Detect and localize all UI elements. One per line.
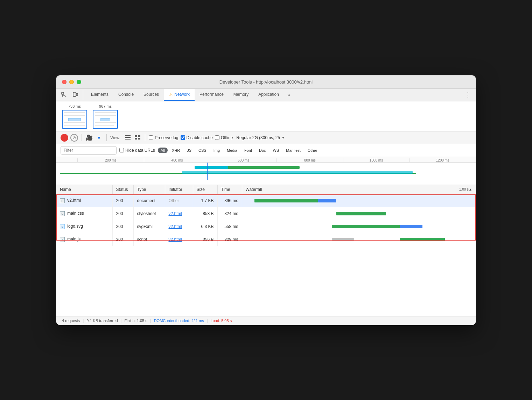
filter-tag-xhr[interactable]: XHR — [169, 148, 183, 153]
filter-tag-manifest[interactable]: Manifest — [283, 148, 303, 153]
screenshot-button[interactable]: 🎥 — [85, 134, 93, 142]
tab-console[interactable]: Console — [113, 89, 139, 101]
filter-tag-font[interactable]: Font — [241, 148, 255, 153]
svg-rect-6 — [125, 139, 131, 140]
wf-bar-blue-1 — [318, 199, 336, 202]
cell-name[interactable]: C main.css — [56, 207, 112, 220]
offline-checkbox[interactable] — [215, 135, 219, 140]
cell-size: 1.7 KB — [193, 194, 217, 207]
timeline-bar-3 — [182, 171, 413, 174]
tab-sources[interactable]: Sources — [139, 89, 164, 101]
table-row[interactable]: J main.js 200 script v2.html 356 B 328 m… — [56, 233, 476, 246]
filter-tag-img[interactable]: Img — [211, 148, 223, 153]
filmstrip-item-2[interactable]: 967 ms — [93, 104, 118, 129]
filter-tag-css[interactable]: CSS — [196, 148, 209, 153]
cell-initiator[interactable]: v2.html — [165, 233, 193, 246]
col-header-type[interactable]: Type — [133, 185, 165, 194]
devtools-menu-button[interactable]: ⋮ — [463, 90, 473, 100]
file-icon-svg: S — [60, 224, 65, 229]
cell-type: stylesheet — [133, 207, 165, 220]
inspect-element-button[interactable] — [59, 90, 69, 100]
maximize-button[interactable] — [77, 80, 81, 84]
tab-memory[interactable]: Memory — [229, 89, 253, 101]
initiator-link-4[interactable]: v2.html — [169, 237, 182, 242]
filter-tag-media[interactable]: Media — [224, 148, 240, 153]
tab-more-button[interactable]: » — [284, 89, 294, 101]
cell-size: 6.3 KB — [193, 220, 217, 233]
table-row[interactable]: S logo.svg 200 svg+xml v2.html 6.3 KB 55… — [56, 220, 476, 233]
hide-data-urls-checkbox[interactable] — [119, 148, 124, 152]
cell-status: 200 — [112, 207, 133, 220]
wf-bar-green-2 — [336, 212, 386, 215]
cell-time: 396 ms — [217, 194, 242, 207]
list-view-button[interactable] — [124, 134, 132, 142]
col-header-initiator[interactable]: Initiator — [165, 185, 193, 194]
status-load: Load: 5.05 s — [211, 319, 232, 323]
group-view-button[interactable] — [134, 134, 141, 142]
stop-button[interactable]: ⊘ — [70, 134, 78, 142]
filmstrip-frame-2[interactable] — [93, 110, 118, 129]
record-button[interactable] — [61, 134, 68, 142]
cell-type: document — [133, 194, 165, 207]
device-toolbar-button[interactable] — [70, 90, 80, 100]
devtools-window: Developer Tools - http://localhost:3000/… — [56, 75, 476, 325]
initiator-other: Other — [169, 198, 179, 203]
ruler-tick-4: 800 ms — [276, 158, 343, 162]
network-toolbar: ⊘ 🎥 ▼ View: — [56, 132, 476, 144]
wf-bar-blue-3 — [400, 225, 422, 228]
disable-cache-checkbox[interactable] — [181, 135, 185, 140]
filter-tag-doc[interactable]: Doc — [256, 148, 269, 153]
filter-tag-ws[interactable]: WS — [270, 148, 282, 153]
separator-3 — [145, 134, 145, 141]
filter-tag-other[interactable]: Other — [305, 148, 320, 153]
table-row[interactable]: H v2.html 200 document Other 1.7 KB 396 … — [56, 194, 476, 207]
timeline[interactable]: 200 ms 400 ms 600 ms 800 ms 1000 ms 1200… — [56, 157, 476, 185]
file-icon-css: C — [60, 211, 65, 216]
tab-elements[interactable]: Elements — [86, 89, 113, 101]
col-header-time[interactable]: Time — [217, 185, 242, 194]
col-header-waterfall[interactable]: Waterfall 1.00 s▲ — [242, 185, 476, 194]
preserve-log-checkbox[interactable] — [149, 135, 153, 140]
wf-bar-green-3 — [332, 225, 400, 228]
cell-name[interactable]: J main.js — [56, 233, 112, 246]
filter-tag-js[interactable]: JS — [184, 148, 194, 153]
initiator-link-3[interactable]: v2.html — [169, 224, 182, 229]
preserve-log-label[interactable]: Preserve log — [149, 135, 178, 140]
initiator-link-2[interactable]: v2.html — [169, 211, 182, 216]
filter-button[interactable]: ▼ — [95, 134, 103, 142]
wf-bar-green-1 — [254, 199, 318, 202]
separator-1 — [82, 134, 82, 141]
filmstrip-item-1[interactable]: 736 ms — [62, 104, 87, 129]
close-button[interactable] — [62, 80, 66, 84]
tab-application[interactable]: Application — [253, 89, 284, 101]
filter-tag-all[interactable]: All — [158, 148, 168, 153]
tab-network[interactable]: ⚠ Network — [164, 89, 195, 101]
cell-name[interactable]: S logo.svg — [56, 220, 112, 233]
cell-status: 200 — [112, 194, 133, 207]
col-header-status[interactable]: Status — [112, 185, 133, 194]
minimize-button[interactable] — [69, 80, 74, 84]
hide-data-urls-label[interactable]: Hide data URLs — [119, 148, 155, 153]
col-header-size[interactable]: Size — [193, 185, 217, 194]
disable-cache-label[interactable]: Disable cache — [181, 135, 213, 140]
svg-rect-2 — [76, 93, 78, 96]
cell-size: 356 B — [193, 233, 217, 246]
table-header-row: Name Status Type Initiator Size — [56, 185, 476, 194]
filmstrip-frame-1[interactable] — [62, 110, 87, 129]
throttle-dropdown[interactable]: Regular 2G (300ms, 25 ▼ — [236, 135, 285, 140]
cell-type: script — [133, 233, 165, 246]
table-row[interactable]: C main.css 200 stylesheet v2.html 853 B … — [56, 207, 476, 220]
cell-name[interactable]: H v2.html — [56, 194, 112, 207]
cell-initiator[interactable]: v2.html — [165, 220, 193, 233]
col-header-name[interactable]: Name — [56, 185, 112, 194]
filter-input[interactable] — [61, 146, 117, 155]
svg-rect-0 — [62, 92, 64, 94]
cell-time: 328 ms — [217, 233, 242, 246]
status-requests: 4 requests — [62, 319, 80, 323]
status-dom-content-loaded: DOMContentLoaded: 421 ms — [154, 319, 204, 323]
svg-rect-8 — [138, 135, 140, 137]
network-table: Name Status Type Initiator Size — [56, 185, 476, 246]
cell-initiator[interactable]: v2.html — [165, 207, 193, 220]
offline-label[interactable]: Offline — [215, 135, 233, 140]
tab-performance[interactable]: Performance — [195, 89, 229, 101]
